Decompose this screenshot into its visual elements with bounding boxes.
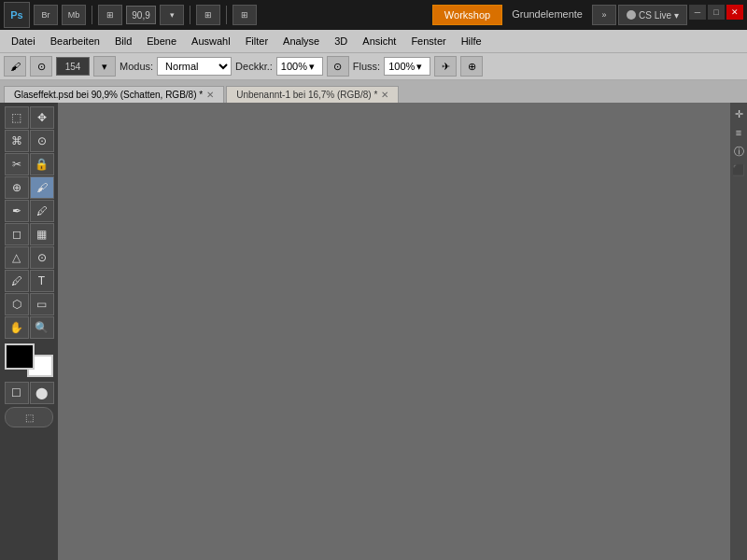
brush-tool-icon[interactable]: 🖌	[4, 56, 26, 77]
tool-row-1: ⬚ ✥	[5, 106, 54, 129]
navigator-icon[interactable]: ✛	[731, 106, 746, 121]
healing-tool[interactable]: ⊕	[5, 176, 29, 199]
zoom-tool[interactable]: 🔍	[30, 316, 54, 339]
path-select-tool[interactable]: ⬡	[5, 293, 29, 315]
doc-tab-2-label: Unbenannt-1 bei 16,7% (RGB/8) *	[236, 90, 377, 100]
brush-options-icon[interactable]: ▾	[93, 56, 116, 77]
arrangement-icon[interactable]: ⊞	[98, 5, 122, 25]
cs-live-button[interactable]: CS Live ▾	[618, 5, 687, 25]
doc-tab-1-label: Glaseffekt.psd bei 90,9% (Schatten, RGB/…	[14, 90, 203, 100]
extra-icon[interactable]: ⊞	[233, 5, 257, 25]
minimize-button[interactable]: ─	[689, 5, 706, 20]
zoom-dropdown-icon[interactable]: ▾	[160, 5, 184, 25]
clone-icon[interactable]: ⊕	[460, 56, 483, 77]
close-button[interactable]: ✕	[726, 5, 743, 20]
lasso-tool[interactable]: ⌘	[5, 130, 29, 152]
mini-bridge-icon[interactable]: Mb	[62, 5, 86, 25]
cs-live-label: CS Live	[639, 10, 671, 21]
tool-row-mode: ☐ ⬤	[5, 382, 54, 404]
eyedropper-tool[interactable]: 🔒	[30, 153, 54, 175]
menu-hilfe[interactable]: Hilfe	[454, 33, 489, 49]
brush-tool[interactable]: 🖌	[30, 176, 54, 199]
doc-tab-1-close[interactable]: ✕	[206, 90, 214, 100]
separator2	[190, 6, 190, 24]
type-tool[interactable]: T	[30, 270, 54, 292]
marquee-tool[interactable]: ⬚	[5, 106, 29, 129]
tool-row-9: ⬡ ▭	[5, 293, 54, 315]
tool-row-8: 🖊 T	[5, 270, 54, 292]
hand-tool[interactable]: ✋	[5, 316, 29, 339]
tool-row-7: △ ⊙	[5, 246, 54, 269]
tool-row-3: ✂ 🔒	[5, 153, 54, 175]
titlebar: Ps Br Mb ⊞ 90,9 ▾ ⊞ ⊞ Workshop Grundelem…	[0, 0, 747, 30]
history-brush-tool[interactable]: 🖊	[30, 200, 54, 222]
doc-tab-2[interactable]: Unbenannt-1 bei 16,7% (RGB/8) * ✕	[226, 86, 399, 103]
menu-datei[interactable]: Datei	[4, 33, 43, 49]
tabsbar: Glaseffekt.psd bei 90,9% (Schatten, RGB/…	[0, 80, 747, 103]
zoom-input[interactable]: 90,9	[126, 6, 156, 24]
blur-tool[interactable]: △	[5, 246, 29, 269]
menu-auswahl[interactable]: Auswahl	[184, 33, 238, 49]
menubar: Datei Bearbeiten Bild Ebene Auswahl Filt…	[0, 30, 747, 52]
menu-3d[interactable]: 3D	[327, 33, 355, 49]
grundelemente-label: Grundelemente	[504, 5, 590, 25]
foreground-color[interactable]	[5, 343, 35, 370]
doc-tab-2-close[interactable]: ✕	[381, 90, 388, 100]
more-workspaces-icon[interactable]: »	[592, 5, 616, 25]
cs-live-dropdown-icon: ▾	[674, 10, 679, 21]
screen-mode-button[interactable]: ⬚	[5, 407, 53, 427]
workspace-tabs: Workshop Grundelemente » CS Live ▾ ─ □ ✕	[432, 5, 743, 25]
doc-tab-1[interactable]: Glaseffekt.psd bei 90,9% (Schatten, RGB/…	[4, 86, 224, 103]
bridge-icon[interactable]: Br	[34, 5, 58, 25]
flow-dropdown-icon[interactable]: ▾	[416, 61, 422, 73]
dodge-tool[interactable]: ⊙	[30, 246, 54, 269]
histogram-icon[interactable]: ≡	[731, 125, 746, 140]
brush-size-icon[interactable]: ⊙	[30, 56, 52, 77]
workshop-tab[interactable]: Workshop	[432, 5, 502, 25]
color-selector[interactable]	[5, 343, 53, 377]
swatches-icon[interactable]: ⬛	[731, 162, 746, 177]
info-icon[interactable]: ⓘ	[731, 144, 746, 159]
menu-bearbeiten[interactable]: Bearbeiten	[43, 33, 107, 49]
ps-logo: Ps	[4, 2, 30, 28]
maximize-button[interactable]: □	[708, 5, 725, 20]
menu-fenster[interactable]: Fenster	[403, 33, 453, 49]
tool-row-2: ⌘ ⊙	[5, 130, 54, 152]
mode-label: Modus:	[120, 61, 153, 72]
flow-label: Fluss:	[353, 61, 380, 72]
pen-tool[interactable]: 🖊	[5, 270, 29, 292]
flow-value: 100% ▾	[384, 57, 430, 76]
separator3	[226, 6, 227, 24]
tool-row-5: ✒ 🖊	[5, 200, 54, 222]
quick-select-tool[interactable]: ⊙	[30, 130, 54, 152]
mode-dropdown[interactable]: Normal	[157, 57, 232, 76]
brush-size-input[interactable]	[56, 57, 90, 76]
tool-row-4: ⊕ 🖌	[5, 176, 54, 199]
crop-tool[interactable]: ✂	[5, 153, 29, 175]
shape-tool[interactable]: ▭	[30, 293, 54, 315]
opacity-dropdown-icon[interactable]: ▾	[309, 61, 315, 73]
tool-row-6: ◻ ▦	[5, 223, 54, 245]
main-area: ⬚ ✥ ⌘ ⊙ ✂ 🔒 ⊕ 🖌 ✒ 🖊 ◻ ▦ △ ⊙ 🖊 T	[0, 103, 747, 560]
optionsbar: 🖌 ⊙ ▾ Modus: Normal Deckkr.: 100% ▾ ⊙ Fl…	[0, 52, 747, 80]
toolbox: ⬚ ✥ ⌘ ⊙ ✂ 🔒 ⊕ 🖌 ✒ 🖊 ◻ ▦ △ ⊙ 🖊 T	[0, 103, 58, 560]
screen-mode-icon[interactable]: ⊞	[196, 5, 220, 25]
clone-stamp-tool[interactable]: ✒	[5, 200, 29, 222]
move-tool[interactable]: ✥	[30, 106, 54, 129]
eraser-tool[interactable]: ◻	[5, 223, 29, 245]
gradient-tool[interactable]: ▦	[30, 223, 54, 245]
right-panel: ✛ ≡ ⓘ ⬛	[730, 103, 747, 560]
menu-bild[interactable]: Bild	[107, 33, 139, 49]
menu-analyse[interactable]: Analyse	[275, 33, 327, 49]
menu-filter[interactable]: Filter	[238, 33, 275, 49]
separator1	[92, 6, 92, 24]
opacity-label: Deckkr.:	[235, 61, 273, 72]
window-controls: ─ □ ✕	[689, 5, 743, 25]
standard-mode[interactable]: ☐	[5, 382, 29, 404]
quick-mask-mode[interactable]: ⬤	[30, 382, 54, 404]
tool-row-10: ✋ 🔍	[5, 316, 54, 339]
menu-ebene[interactable]: Ebene	[139, 33, 184, 49]
airbrush-icon[interactable]: ⊙	[327, 56, 349, 77]
menu-ansicht[interactable]: Ansicht	[355, 33, 403, 49]
tablet-pressure-icon[interactable]: ✈	[434, 56, 457, 77]
